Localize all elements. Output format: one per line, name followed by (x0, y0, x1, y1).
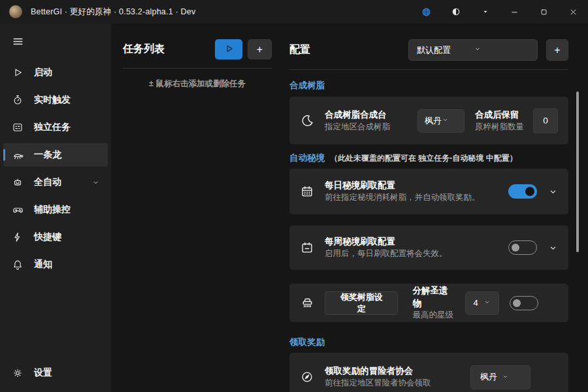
chevron-down-icon[interactable] (548, 187, 558, 197)
sidebar-item-label: 实时触发 (34, 94, 71, 106)
globe-icon (421, 7, 432, 18)
artifact-star-value: 4 (474, 298, 483, 308)
daily-domain-toggle[interactable] (508, 184, 537, 199)
titlebar-menu-button[interactable] (470, 0, 500, 24)
plus-icon: + (257, 44, 263, 55)
sidebar-item-settings[interactable]: 设置 (3, 361, 108, 385)
theme-toggle-button[interactable] (441, 0, 470, 24)
window-title: BetterGI · 更好的原神 · 0.53.2-alpha.1 · Dev (31, 7, 195, 18)
lightning-icon (11, 231, 24, 243)
craft-resin-title: 合成树脂合成台 (325, 108, 412, 122)
minimize-icon (510, 7, 519, 17)
weekly-domain-subtitle: 启用后，每日刷取配置将会失效。 (325, 248, 503, 260)
turtle-icon (11, 149, 24, 161)
reward-guild-card: 领取奖励的冒险者协会 前往指定地区冒险者协会领取 枫丹 (289, 353, 568, 392)
daily-domain-title: 每日秘境刷取配置 (325, 179, 503, 192)
sidebar-item-notifications[interactable]: 通知 (3, 253, 108, 276)
sidebar-item-one-dragon[interactable]: 一条龙 (3, 143, 108, 167)
task-list-panel: 任务列表 + ± 鼠标右击添加或删除任务 (111, 24, 281, 392)
divider (289, 69, 568, 70)
chevron-down-icon[interactable] (548, 243, 558, 253)
play-icon (11, 67, 24, 78)
add-profile-button[interactable]: + (546, 39, 568, 61)
resin-keep-label: 合成后保留 (475, 108, 524, 122)
sidebar-item-assist-control[interactable]: 辅助操控 (3, 198, 108, 221)
selection-indicator (3, 149, 5, 161)
toggle-knob (525, 187, 534, 196)
sidebar-item-label: 通知 (34, 259, 52, 270)
bell-icon (11, 259, 24, 270)
close-button[interactable] (559, 0, 588, 24)
moon-icon (289, 113, 325, 128)
add-task-button[interactable]: + (248, 39, 272, 59)
sidebar-item-label: 快捷键 (34, 231, 61, 243)
chevron-down-icon (474, 45, 531, 55)
reward-resin-settings-button[interactable]: 领奖树脂设定 (325, 291, 398, 315)
stopwatch-icon (11, 94, 24, 106)
scrollbar-thumb[interactable] (576, 91, 579, 252)
daily-domain-card: 每日秘境刷取配置 前往指定秘境消耗树脂，并自动领取奖励。 (289, 169, 568, 214)
sidebar-item-hotkeys[interactable]: 快捷键 (3, 225, 108, 249)
sidebar-item-label: 启动 (34, 67, 52, 78)
chevron-down-icon[interactable] (91, 178, 100, 187)
sidebar-item-label: 一条龙 (34, 149, 61, 161)
resin-keep-sublabel: 原粹树脂数量 (475, 122, 524, 133)
weekly-domain-title: 每周秘境刷取配置 (325, 235, 503, 248)
daily-domain-subtitle: 前往指定秘境消耗树脂，并自动领取奖励。 (325, 192, 503, 204)
calendar-weekly-icon (289, 240, 325, 255)
auto-domain-note: （此处未覆盖的配置可在 独立任务-自动秘境 中配置） (330, 153, 517, 164)
titlebar: BetterGI · 更好的原神 · 0.53.2-alpha.1 · Dev (0, 0, 588, 24)
app-window: BetterGI · 更好的原神 · 0.53.2-alpha.1 · Dev (0, 0, 588, 392)
sidebar-item-label: 辅助操控 (34, 204, 71, 216)
artifact-salvage-label: 分解圣遗物 (412, 284, 455, 310)
sidebar-item-full-auto[interactable]: 全自动 (3, 171, 108, 194)
reward-region-select[interactable]: 枫丹 (470, 365, 531, 389)
craft-resin-subtitle: 指定地区合成树脂 (325, 122, 412, 133)
resin-keep-input[interactable]: 0 (533, 108, 558, 133)
chevron-down-icon (483, 298, 493, 308)
toggle-knob (512, 244, 519, 252)
sidebar-item-realtime-trigger[interactable]: 实时触发 (3, 88, 108, 112)
artifact-star-select[interactable]: 4 (465, 291, 499, 315)
calendar-daily-icon (289, 184, 325, 199)
task-list-hint: ± 鼠标右击添加或删除任务 (123, 78, 272, 90)
maximize-button[interactable] (529, 0, 559, 24)
compass-icon (289, 370, 325, 384)
sidebar-item-label: 设置 (34, 367, 52, 379)
hamburger-menu-button[interactable] (5, 31, 30, 54)
app-icon (9, 5, 22, 18)
resin-keep-value: 0 (543, 116, 548, 125)
sidebar-item-label: 全自动 (34, 176, 61, 188)
run-tasks-button[interactable] (215, 39, 242, 59)
web-panel-button[interactable] (412, 0, 441, 24)
chevron-down-icon (481, 7, 490, 16)
weekly-domain-toggle[interactable] (508, 240, 537, 255)
profile-select-value: 默认配置 (417, 44, 474, 56)
artifact-salvage-card: 领奖树脂设定 分解圣遗物 最高的星级 4 (289, 284, 568, 322)
task-list-title: 任务列表 (123, 42, 165, 56)
section-header-auto-domain: 自动秘境 (289, 152, 325, 164)
craft-region-value: 枫丹 (425, 115, 442, 127)
chevron-down-icon (502, 372, 523, 382)
theme-contrast-icon (451, 7, 461, 17)
sidebar-spacer (0, 278, 111, 359)
reward-guild-title: 领取奖励的冒险者协会 (325, 365, 465, 378)
artifact-salvage-toggle[interactable] (510, 296, 538, 310)
plus-icon: + (554, 45, 560, 56)
close-icon (568, 7, 578, 17)
config-title: 配置 (289, 43, 310, 57)
artifact-salvage-sublabel: 最高的星级 (412, 310, 455, 321)
minimize-button[interactable] (500, 0, 529, 24)
menu-icon (12, 35, 24, 50)
content-area: 任务列表 + ± 鼠标右击添加或删除任务 配置 (111, 24, 588, 392)
sidebar-item-start[interactable]: 启动 (3, 61, 108, 84)
sidebar-item-standalone-tasks[interactable]: 独立任务 (3, 116, 108, 139)
toggle-knob (513, 299, 521, 307)
profile-select[interactable]: 默认配置 (408, 39, 538, 61)
chevron-down-icon (442, 116, 459, 125)
section-header-craft-resin: 合成树脂 (289, 80, 568, 91)
gamepad-icon (11, 204, 24, 216)
reward-region-value: 枫丹 (480, 371, 502, 383)
craft-region-select[interactable]: 枫丹 (417, 109, 465, 133)
sidebar-item-label: 独立任务 (34, 122, 71, 133)
